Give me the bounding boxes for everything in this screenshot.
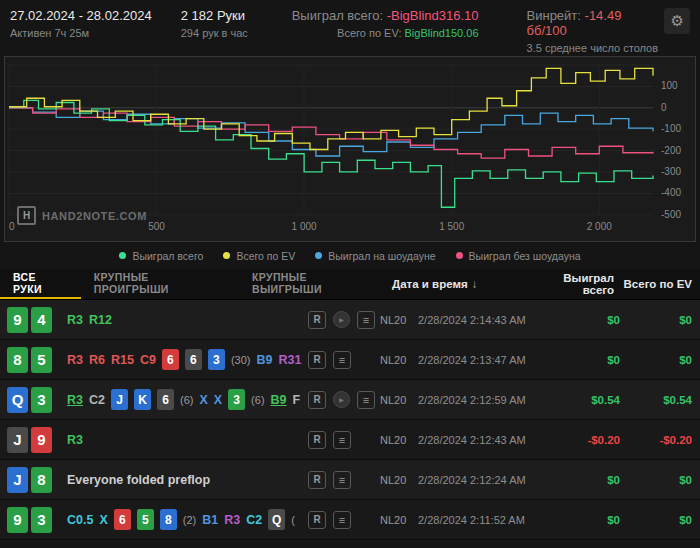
svg-text:-200: -200: [661, 145, 681, 156]
row-badges: R≡: [308, 431, 380, 449]
note-icon[interactable]: ≡: [333, 351, 351, 369]
action-token: C9: [140, 353, 156, 367]
card-9c: 9: [7, 307, 28, 333]
hand-row[interactable]: Q3R3C2JK6(6)XX3(6)B9FR▶≡NL202/28/2024 2:…: [0, 380, 700, 420]
note-icon[interactable]: ≡: [357, 391, 375, 409]
action-token: X: [99, 513, 107, 527]
won-amount: $0: [554, 354, 620, 366]
svg-text:0: 0: [9, 221, 15, 232]
ev-total-value: BigBlind150.06: [405, 27, 479, 39]
chart-legend: Выиграл всегоВсего по EVВыиграл на шоуда…: [0, 242, 700, 269]
note-icon[interactable]: ≡: [333, 511, 351, 529]
column-header-won[interactable]: Выиграл всего: [544, 272, 614, 296]
action-line: R3C2JK6(6)XX3(6)B9F: [67, 389, 308, 410]
row-badges: R≡: [308, 511, 380, 529]
replayer-badge[interactable]: R: [308, 471, 326, 489]
card-9c: 9: [7, 507, 28, 533]
svg-text:1 500: 1 500: [439, 221, 464, 232]
card-8c: 8: [31, 467, 52, 493]
card-5c: 5: [137, 509, 154, 530]
stakes-label: NL20: [380, 394, 418, 406]
hand-datetime: 2/28/2024 2:12:59 AM: [418, 394, 554, 406]
tab-big-wins[interactable]: КРУПНЫЕ ВЫИГРЫШИ: [239, 269, 392, 299]
tab-all-hands[interactable]: ВСЕ РУКИ: [0, 269, 81, 299]
watermark-text: HAND2NOTE.COM: [42, 210, 147, 222]
won-amount: $0.54: [554, 394, 620, 406]
hand-row[interactable]: 93C0.5X658(2)B1R3C2Q(R≡NL202/28/2024 2:1…: [0, 500, 700, 540]
svg-text:500: 500: [148, 221, 165, 232]
legend-label: Выиграл без шоудауна: [469, 250, 581, 262]
legend-item[interactable]: Выиграл без шоудауна: [456, 250, 581, 262]
replayer-badge[interactable]: R: [308, 431, 326, 449]
winrate-line: Винрейт: -14.49 бб/100: [527, 8, 665, 38]
legend-item[interactable]: Всего по EV: [223, 250, 295, 262]
card-8c: 8: [7, 347, 28, 373]
avg-tables: 3.5 среднее число столов: [527, 42, 665, 54]
gear-icon: ⚙: [670, 12, 683, 30]
action-token: B1: [202, 513, 218, 527]
replay-play-icon[interactable]: ▶: [333, 391, 350, 408]
action-line: R3R12: [67, 313, 308, 327]
pot-note: (6): [251, 394, 264, 406]
svg-text:1 000: 1 000: [292, 221, 317, 232]
card-Jd: J: [7, 467, 28, 493]
tab-big-losses[interactable]: КРУПНЫЕ ПРОИГРЫШИ: [81, 269, 239, 299]
date-range: 27.02.2024 - 28.02.2024: [10, 8, 181, 23]
legend-label: Выиграл на шоудауне: [328, 250, 435, 262]
note-icon[interactable]: ≡: [333, 471, 351, 489]
hand-row[interactable]: J9R3R≡NL202/28/2024 2:12:43 AM-$0.20-$0.…: [0, 420, 700, 460]
card-3c: 3: [31, 507, 52, 533]
card-9h: 9: [31, 427, 52, 453]
action-token: R6: [89, 353, 105, 367]
stakes-label: NL20: [380, 514, 418, 526]
svg-text:0: 0: [661, 102, 667, 113]
winrate-block: Винрейт: -14.49 бб/100 3.5 среднее число…: [527, 8, 665, 54]
card-6s: 6: [185, 349, 202, 370]
replayer-badge[interactable]: R: [308, 511, 326, 529]
card-3d: 3: [208, 349, 225, 370]
replayer-badge[interactable]: R: [308, 391, 326, 409]
card-Qd: Q: [7, 387, 28, 413]
note-icon[interactable]: ≡: [333, 431, 351, 449]
card-Qs: Q: [268, 509, 285, 530]
action-token: F: [293, 393, 301, 407]
action-token: X: [214, 393, 222, 407]
hand-datetime: 2/28/2024 2:12:43 AM: [418, 434, 554, 446]
results-chart[interactable]: 1000-100-200-300-400-50005001 0001 5002 …: [4, 56, 696, 242]
legend-item[interactable]: Выиграл на шоудауне: [315, 250, 435, 262]
column-header-ev[interactable]: Всего по EV: [614, 278, 700, 290]
legend-dot-icon: [315, 252, 322, 259]
hand-datetime: 2/28/2024 2:11:52 AM: [418, 514, 554, 526]
settings-button[interactable]: ⚙: [664, 8, 690, 34]
hand-row[interactable]: 94R3R12R▶≡NL202/28/2024 2:14:43 AM$0$0: [0, 300, 700, 340]
legend-item[interactable]: Выиграл всего: [119, 250, 203, 262]
hands-per-hour: 294 рук в час: [181, 27, 280, 39]
replayer-badge[interactable]: R: [308, 311, 326, 329]
svg-text:-300: -300: [661, 166, 681, 177]
hand-datetime: 2/28/2024 2:12:24 AM: [418, 474, 554, 486]
action-token: R3: [67, 393, 83, 407]
ev-amount: -$0.20: [620, 434, 700, 446]
ev-total-line: Всего по EV: BigBlind150.06: [280, 27, 479, 39]
row-badges: R▶≡: [308, 311, 380, 329]
hand-row[interactable]: J8Everyone folded preflopR≡NL202/28/2024…: [0, 460, 700, 500]
hand2note-window: 27.02.2024 - 28.02.2024 Активен 7ч 25м 2…: [0, 0, 700, 548]
column-header-datetime[interactable]: Дата и время↓: [392, 278, 544, 290]
hands-count-block: 2 182 Руки 294 рук в час: [181, 8, 280, 39]
action-line: C0.5X658(2)B1R3C2Q(: [67, 509, 308, 530]
legend-dot-icon: [456, 252, 463, 259]
legend-label: Выиграл всего: [132, 250, 203, 262]
replayer-badge[interactable]: R: [308, 351, 326, 369]
action-token: B9: [271, 393, 287, 407]
stats-header: 27.02.2024 - 28.02.2024 Активен 7ч 25м 2…: [0, 0, 700, 54]
action-token: B9: [256, 353, 272, 367]
hand-row[interactable]: 85R3R6R15C9663(30)B9R31R≡NL202/28/2024 2…: [0, 340, 700, 380]
ev-amount: $0: [620, 314, 700, 326]
note-icon[interactable]: ≡: [357, 311, 375, 329]
won-amount: $0: [554, 314, 620, 326]
replay-play-icon[interactable]: ▶: [333, 311, 350, 328]
pot-note: (: [291, 514, 295, 526]
stakes-label: NL20: [380, 314, 418, 326]
action-token: R3: [67, 353, 83, 367]
pot-note: (6): [180, 394, 193, 406]
